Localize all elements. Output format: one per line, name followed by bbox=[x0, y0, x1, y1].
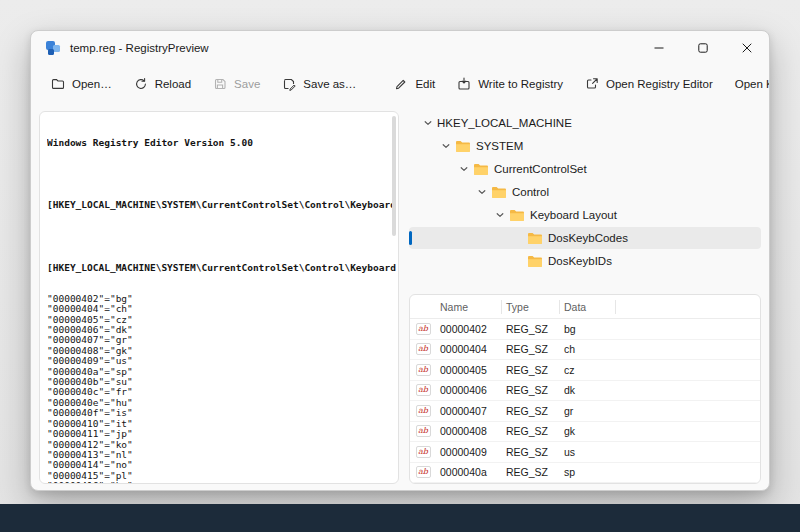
tree-item-system[interactable]: SYSTEM bbox=[409, 135, 761, 157]
open-external-icon bbox=[585, 77, 599, 91]
editor-value-lines: "00000402"="bg" "00000404"="ch" "0000040… bbox=[47, 294, 396, 484]
folder-open-icon bbox=[51, 77, 65, 91]
value-name: 00000402 bbox=[436, 323, 502, 335]
tree-item-doskeybids[interactable]: DosKeybIDs bbox=[409, 250, 761, 272]
grid-row[interactable]: ab 00000409 REG_SZ us bbox=[410, 442, 760, 463]
tree-item-label: DosKeybCodes bbox=[548, 232, 628, 244]
grid-row[interactable]: ab 00000405 REG_SZ cz bbox=[410, 360, 760, 381]
main-content: Windows Registry Editor Version 5.00 [HK… bbox=[31, 103, 769, 490]
app-window: temp.reg - RegistryPreview bbox=[30, 30, 770, 491]
chevron-down-icon[interactable] bbox=[473, 187, 491, 197]
minimize-button[interactable] bbox=[637, 31, 681, 65]
chevron-down-icon[interactable] bbox=[455, 164, 473, 174]
reg-file-editor[interactable]: Windows Registry Editor Version 5.00 [HK… bbox=[39, 111, 399, 484]
folder-icon bbox=[527, 232, 548, 245]
maximize-button[interactable] bbox=[681, 31, 725, 65]
grid-row[interactable]: ab 00000404 REG_SZ ch bbox=[410, 340, 760, 361]
edit-icon bbox=[394, 77, 408, 91]
app-icon bbox=[45, 40, 61, 56]
string-value-icon: ab bbox=[410, 343, 436, 355]
folder-icon bbox=[473, 163, 494, 176]
close-icon bbox=[742, 43, 752, 53]
save-button-label: Save bbox=[234, 78, 260, 90]
edit-button-label: Edit bbox=[415, 78, 435, 90]
tree-item-hkey-local-machine[interactable]: HKEY_LOCAL_MACHINE bbox=[409, 112, 761, 134]
grid-column-type[interactable]: Type bbox=[502, 300, 560, 314]
string-value-icon: ab bbox=[410, 446, 436, 458]
save-as-button[interactable]: Save as… bbox=[272, 71, 366, 97]
grid-column-name[interactable]: Name bbox=[436, 300, 502, 314]
value-name: 00000407 bbox=[436, 405, 502, 417]
value-data: sp bbox=[560, 466, 760, 478]
value-name: 00000405 bbox=[436, 364, 502, 376]
string-value-icon: ab bbox=[410, 364, 436, 376]
value-data: bg bbox=[560, 323, 760, 335]
right-panel: HKEY_LOCAL_MACHINE SYSTEM bbox=[409, 111, 761, 484]
editor-scrollbar[interactable] bbox=[392, 116, 396, 236]
folder-icon bbox=[491, 186, 512, 199]
string-value-icon: ab bbox=[410, 323, 436, 335]
grid-row[interactable]: ab 00000408 REG_SZ gk bbox=[410, 422, 760, 443]
open-button-label: Open… bbox=[72, 78, 112, 90]
editor-section-line-1: [HKEY_LOCAL_MACHINE\SYSTEM\CurrentContro… bbox=[47, 200, 396, 210]
edit-button[interactable]: Edit bbox=[384, 71, 445, 97]
write-to-registry-button-label: Write to Registry bbox=[478, 78, 563, 90]
editor-text: Windows Registry Editor Version 5.00 [HK… bbox=[47, 117, 396, 484]
reload-button[interactable]: Reload bbox=[124, 71, 201, 97]
value-data: us bbox=[560, 446, 760, 458]
reload-icon bbox=[134, 77, 148, 91]
titlebar[interactable]: temp.reg - RegistryPreview bbox=[31, 31, 769, 65]
value-type: REG_SZ bbox=[502, 446, 560, 458]
value-name: 00000404 bbox=[436, 343, 502, 355]
folder-icon bbox=[455, 140, 476, 153]
toolbar: Open… Reload Save Save as… bbox=[31, 65, 769, 103]
save-as-icon bbox=[282, 77, 296, 91]
tree-item-doskeybcodes[interactable]: DosKeybCodes bbox=[409, 227, 761, 249]
editor-blank-line bbox=[47, 231, 396, 241]
grid-row[interactable]: ab 00000402 REG_SZ bg bbox=[410, 319, 760, 340]
tree-item-currentcontrolset[interactable]: CurrentControlSet bbox=[409, 158, 761, 180]
value-type: REG_SZ bbox=[502, 405, 560, 417]
tree-item-control[interactable]: Control bbox=[409, 181, 761, 203]
taskbar[interactable] bbox=[0, 504, 800, 532]
close-button[interactable] bbox=[725, 31, 769, 65]
grid-row[interactable]: ab 0000040a REG_SZ sp bbox=[410, 463, 760, 484]
value-data: gk bbox=[560, 425, 760, 437]
chevron-down-icon[interactable] bbox=[491, 210, 509, 220]
value-type: REG_SZ bbox=[502, 466, 560, 478]
open-registry-editor-button[interactable]: Open Registry Editor bbox=[575, 71, 723, 97]
window-controls bbox=[637, 31, 769, 65]
maximize-icon bbox=[698, 43, 708, 53]
grid-column-data[interactable]: Data bbox=[560, 300, 616, 314]
open-key-button-label: Open Key bbox=[735, 78, 770, 90]
save-icon bbox=[213, 77, 227, 91]
minimize-icon bbox=[654, 43, 664, 53]
string-value-icon: ab bbox=[410, 466, 436, 478]
grid-header: Name Type Data bbox=[410, 295, 760, 319]
open-button[interactable]: Open… bbox=[41, 71, 122, 97]
chevron-down-icon[interactable] bbox=[437, 141, 455, 151]
value-name: 00000409 bbox=[436, 446, 502, 458]
value-name: 0000040a bbox=[436, 466, 502, 478]
value-name: 00000406 bbox=[436, 384, 502, 396]
write-to-registry-button[interactable]: Write to Registry bbox=[447, 71, 573, 97]
value-type: REG_SZ bbox=[502, 343, 560, 355]
selection-indicator bbox=[409, 231, 412, 245]
tree-item-label: HKEY_LOCAL_MACHINE bbox=[437, 117, 572, 129]
tree-item-label: Control bbox=[512, 186, 549, 198]
chevron-down-icon[interactable] bbox=[419, 118, 437, 128]
grid-row[interactable]: ab 00000407 REG_SZ gr bbox=[410, 401, 760, 422]
tree-item-label: CurrentControlSet bbox=[494, 163, 587, 175]
string-value-icon: ab bbox=[410, 425, 436, 437]
registry-tree: HKEY_LOCAL_MACHINE SYSTEM bbox=[409, 111, 761, 288]
grid-row[interactable]: ab 00000406 REG_SZ dk bbox=[410, 381, 760, 402]
tree-item-keyboard-layout[interactable]: Keyboard Layout bbox=[409, 204, 761, 226]
open-key-button[interactable]: Open Key bbox=[725, 72, 770, 96]
value-type: REG_SZ bbox=[502, 323, 560, 335]
value-data: gr bbox=[560, 405, 760, 417]
open-registry-editor-button-label: Open Registry Editor bbox=[606, 78, 713, 90]
string-value-icon: ab bbox=[410, 405, 436, 417]
save-button[interactable]: Save bbox=[203, 71, 270, 97]
editor-header-line: Windows Registry Editor Version 5.00 bbox=[47, 138, 396, 148]
value-type: REG_SZ bbox=[502, 364, 560, 376]
